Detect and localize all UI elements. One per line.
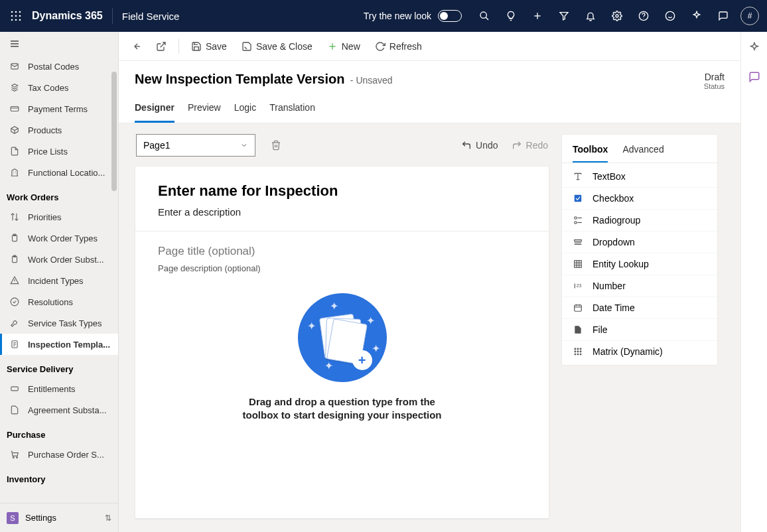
clipboard-icon [9, 254, 20, 265]
status-block[interactable]: Draft Status [704, 72, 725, 90]
svg-point-69 [575, 348, 576, 350]
new-button[interactable]: New [322, 37, 366, 56]
svg-rect-58 [575, 261, 582, 268]
nav-price-lists[interactable]: Price Lists [0, 141, 118, 162]
plus-icon[interactable] [524, 0, 551, 32]
search-icon[interactable] [471, 0, 498, 32]
record-header: New Inspection Template Version - Unsave… [119, 61, 740, 90]
tool-radiogroup[interactable]: Radiogroup [562, 210, 717, 232]
nav-priorities[interactable]: Priorities [0, 206, 118, 228]
filter-icon[interactable] [551, 0, 577, 32]
text-icon [573, 171, 583, 182]
svg-line-43 [161, 42, 165, 47]
number-icon: 23 [573, 281, 583, 291]
page-title: New Inspection Template Version [135, 72, 344, 86]
check-circle-icon [9, 297, 20, 307]
nav-inspection-templates[interactable]: Inspection Templa... [0, 334, 118, 355]
page-selector[interactable]: Page1 [136, 134, 255, 157]
nav-functional-locations[interactable]: Functional Locatio... [0, 162, 118, 183]
nav-work-order-types[interactable]: Work Order Types [0, 228, 118, 249]
nav-incident-types[interactable]: Incident Types [0, 270, 118, 291]
svg-point-0 [11, 11, 13, 13]
tab-logic[interactable]: Logic [234, 102, 256, 123]
nav-postal-codes[interactable]: Postal Codes [0, 56, 118, 77]
app-name[interactable]: Field Service [122, 11, 180, 22]
tab-designer[interactable]: Designer [135, 102, 174, 123]
nav-resolutions[interactable]: Resolutions [0, 291, 118, 312]
nav-purchase-order-substatus[interactable]: Purchase Order S... [0, 444, 118, 465]
lightbulb-icon[interactable] [498, 0, 524, 32]
unsaved-indicator: - Unsaved [350, 75, 393, 86]
inspection-name-input[interactable]: Enter name for Inspection [158, 182, 526, 200]
page-description-input[interactable]: Page description (optional) [158, 263, 526, 273]
chat-panel-icon[interactable] [746, 69, 762, 85]
svg-point-51 [575, 217, 577, 220]
brand-label[interactable]: Dynamics 365 [32, 10, 103, 22]
tool-matrix[interactable]: Matrix (Dynamic) [562, 341, 717, 362]
sidebar-collapse-icon[interactable] [0, 32, 118, 56]
app-launcher-icon[interactable] [5, 5, 27, 27]
try-new-look-label: Try the new look [364, 11, 431, 21]
toolbox-tab-advanced[interactable]: Advanced [622, 144, 663, 163]
toolbox-tab-toolbox[interactable]: Toolbox [573, 144, 608, 163]
inspection-icon [9, 339, 20, 350]
tool-dropdown[interactable]: Dropdown [562, 232, 717, 253]
svg-point-8 [19, 19, 21, 21]
page-title-input[interactable]: Page title (optional) [158, 245, 526, 258]
tool-datetime[interactable]: Date Time [562, 297, 717, 319]
tool-file[interactable]: File [562, 319, 717, 341]
designer-dropzone[interactable]: ✦ ✦ ✦ ✦ ✦ [135, 280, 549, 446]
wrench-icon [9, 318, 20, 328]
svg-point-17 [665, 11, 674, 20]
svg-point-1 [15, 11, 17, 13]
inspection-description-input[interactable]: Enter a description [158, 206, 526, 218]
cart-icon [9, 449, 20, 460]
area-switcher[interactable]: S Settings ⇅ [0, 503, 118, 532]
sort-icon [9, 212, 20, 222]
sidebar-scrollbar[interactable] [111, 72, 117, 191]
help-icon[interactable] [630, 0, 657, 32]
try-new-look-toggle[interactable] [438, 10, 462, 22]
smile-icon[interactable] [657, 0, 683, 32]
svg-point-2 [19, 11, 21, 13]
tab-translation[interactable]: Translation [269, 102, 315, 123]
toolbox-panel: Toolbox Advanced TextBox Checkbox Radiog… [561, 134, 718, 366]
tool-entity-lookup[interactable]: Entity Lookup [562, 253, 717, 275]
svg-point-35 [11, 298, 19, 306]
undo-button[interactable]: Undo [461, 140, 498, 151]
nav-entitlements[interactable]: Entitlements [0, 378, 118, 399]
refresh-button[interactable]: Refresh [370, 37, 427, 56]
svg-point-77 [580, 354, 581, 355]
gear-icon[interactable] [604, 0, 630, 32]
nav-tax-codes[interactable]: Tax Codes [0, 77, 118, 98]
nav-products[interactable]: Products [0, 119, 118, 141]
nav-service-task-types[interactable]: Service Task Types [0, 312, 118, 334]
svg-point-70 [577, 348, 579, 350]
redo-button[interactable]: Redo [512, 140, 548, 151]
nav-payment-terms[interactable]: Payment Terms [0, 98, 118, 119]
tool-textbox[interactable]: TextBox [562, 166, 717, 188]
open-new-window-button[interactable] [151, 37, 172, 56]
save-close-button[interactable]: Save & Close [236, 37, 318, 56]
svg-text:23: 23 [577, 283, 582, 288]
tool-number[interactable]: 23Number [562, 275, 717, 297]
content-area: Save Save & Close New Refresh New Inspec… [119, 32, 767, 532]
copilot-icon[interactable] [746, 40, 762, 56]
avatar[interactable]: # [740, 7, 759, 25]
tab-preview[interactable]: Preview [188, 102, 221, 123]
assistant-icon[interactable] [683, 0, 710, 32]
nav-work-order-substatus[interactable]: Work Order Subst... [0, 249, 118, 270]
delete-page-button[interactable] [265, 134, 287, 157]
checkbox-icon [573, 193, 583, 204]
svg-point-4 [15, 15, 17, 17]
warning-icon [9, 275, 20, 286]
dropdown-icon [573, 237, 583, 247]
chat-icon[interactable] [710, 0, 736, 32]
ticket-icon [9, 383, 20, 394]
nav-agreement-substatus[interactable]: Agreement Substa... [0, 399, 118, 421]
back-button[interactable] [125, 37, 147, 56]
tool-checkbox[interactable]: Checkbox [562, 188, 717, 210]
bell-icon[interactable] [577, 0, 604, 32]
calendar-icon [573, 302, 583, 313]
save-button[interactable]: Save [186, 37, 232, 56]
